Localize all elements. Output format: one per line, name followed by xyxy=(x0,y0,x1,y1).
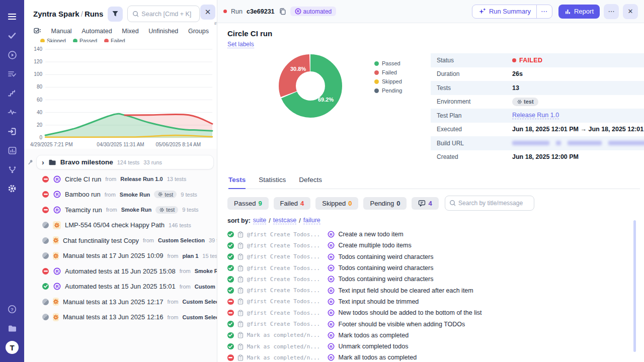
runs-search[interactable] xyxy=(127,6,200,22)
automated-r-icon: R xyxy=(328,321,335,328)
status-failed-icon xyxy=(227,310,234,316)
analytics-icon[interactable] xyxy=(0,141,24,160)
run-row[interactable]: RAutomated tests at 15 Jun 2025 15:01fro… xyxy=(24,279,217,295)
test-row[interactable]: @first Create Todos...RTodos containing … xyxy=(227,251,640,262)
group-card[interactable]: › Bravo milestone 124 tests 33 runs xyxy=(36,155,214,169)
test-row[interactable]: @first Create Todos...RNew todos should … xyxy=(227,307,640,318)
run-row[interactable]: RCircle CI runfromRelease Run 1.013 test… xyxy=(24,171,217,187)
run-row[interactable]: Manual tests at 13 Jun 2025 12:17fromCus… xyxy=(24,294,217,310)
svg-text:R: R xyxy=(330,311,333,315)
tab-defects[interactable]: Defects xyxy=(299,176,322,189)
scrollbar-thumb[interactable] xyxy=(633,220,636,352)
report-button[interactable]: Report xyxy=(558,5,600,19)
close-detail-button[interactable]: ✕ xyxy=(623,4,638,19)
run-title: Bamboo run xyxy=(65,191,101,198)
donut-legend-item[interactable]: Skipped xyxy=(374,78,423,84)
filter-passed[interactable]: Passed 9 xyxy=(227,197,269,210)
svg-text:R: R xyxy=(55,192,59,197)
menu-icon[interactable] xyxy=(0,7,24,26)
app-logo[interactable]: T xyxy=(0,338,24,357)
test-suite: @first Create Todos... xyxy=(247,253,324,260)
svg-text:R: R xyxy=(330,322,333,327)
runs-search-input[interactable] xyxy=(141,11,195,18)
result-filters: Passed 9Failed 4Skipped 0Pending 04 xyxy=(227,196,640,211)
test-row[interactable]: Mark as completed/n...RMark todos as com… xyxy=(227,330,640,341)
donut-legend-item[interactable]: Pending xyxy=(374,87,423,94)
tab-manual[interactable]: Manual xyxy=(51,28,72,35)
filter-button[interactable] xyxy=(108,7,123,22)
tab-tests[interactable]: Tests xyxy=(228,176,246,189)
test-row[interactable]: @first Create Todos...RTodos containing … xyxy=(227,262,640,274)
sort-by-suite[interactable]: suite xyxy=(253,217,266,224)
test-row[interactable]: Mark as completed/n...RMark all todos as… xyxy=(227,352,640,362)
run-summary-more-button[interactable]: ⋯ xyxy=(536,5,552,18)
run-row[interactable]: RBamboo runfromSmoke Runtest9 tests xyxy=(24,187,217,203)
svg-text:140: 140 xyxy=(34,46,42,52)
svg-text:R: R xyxy=(330,344,333,349)
test-row[interactable]: @first Create Todos...RTodos containing … xyxy=(227,274,640,285)
tab-unfinished[interactable]: Unfinished xyxy=(148,28,178,35)
close-panel-button[interactable]: ✕ xyxy=(200,5,215,20)
clipboard-icon xyxy=(237,298,244,305)
breadcrumb-project[interactable]: Zyntra Spark xyxy=(33,10,79,18)
automated-r-icon: R xyxy=(328,242,335,249)
chevron-right-icon[interactable]: › xyxy=(42,159,44,166)
test-row[interactable]: @first Create Todos...RText input should… xyxy=(227,296,640,307)
import-icon[interactable] xyxy=(0,122,24,141)
checks-icon[interactable] xyxy=(0,26,24,45)
run-row[interactable]: Manual tests at 17 Jun 2025 10:09frompla… xyxy=(24,248,217,264)
run-row[interactable]: RTeamcity runfromSmoke Runtest9 tests xyxy=(24,202,217,218)
more-actions-button[interactable]: ⋯ xyxy=(604,4,619,19)
help-icon[interactable]: ? xyxy=(0,300,24,319)
tests-search-input[interactable] xyxy=(458,200,530,207)
automated-r-icon: R xyxy=(328,264,335,272)
test-list-icon[interactable] xyxy=(0,64,24,83)
tab-groups[interactable]: Groups xyxy=(188,28,209,35)
donut-legend-item[interactable]: Failed xyxy=(374,69,423,75)
sort-by-testcase[interactable]: testcase xyxy=(273,217,297,224)
run-summary-button[interactable]: Run Summary ⋯ xyxy=(472,5,552,19)
gear-icon xyxy=(517,99,522,105)
filter-failed[interactable]: Failed 4 xyxy=(274,197,311,210)
run-row[interactable]: LMP-554 05/04 check Happy Path146 tests xyxy=(24,218,217,233)
detail-row: Test PlanRelease Run 1.0 xyxy=(431,109,644,123)
legend-item[interactable]: Passed xyxy=(73,38,97,42)
legend-item[interactable]: Failed xyxy=(104,38,125,42)
automated-r-icon: R xyxy=(53,191,61,198)
projects-folder-icon[interactable] xyxy=(0,319,24,338)
run-source: Release Run 1.0 xyxy=(120,176,163,182)
donut-legend-item[interactable]: Passed xyxy=(374,60,423,66)
tests-search[interactable] xyxy=(445,196,534,211)
test-row[interactable]: @first Create Todos...RCreate a new todo… xyxy=(227,229,640,240)
detail-row: Environmenttest xyxy=(431,95,644,109)
tab-mixed[interactable]: Mixed xyxy=(122,28,138,35)
run-row[interactable]: Chat functinality test CopyfromCustom Se… xyxy=(24,233,217,248)
status-neutral-icon xyxy=(42,222,49,228)
filter-skipped[interactable]: Skipped 0 xyxy=(315,197,358,210)
tab-automated[interactable]: Automated xyxy=(82,28,112,35)
sort-by-failure[interactable]: failure xyxy=(303,217,320,224)
filter-pending[interactable]: Pending 0 xyxy=(363,197,407,210)
test-row[interactable]: Mark as completed/n...RUnmark completed … xyxy=(227,341,640,352)
copy-icon[interactable] xyxy=(279,8,286,15)
select-all-icon[interactable] xyxy=(33,27,41,35)
comments-filter[interactable]: 4 xyxy=(412,197,438,210)
pulse-icon[interactable] xyxy=(0,103,24,122)
run-row[interactable]: RAutomated tests at 15 Jun 2025 15:08fro… xyxy=(24,263,217,279)
set-labels-link[interactable]: Set labels xyxy=(227,41,254,48)
test-row[interactable]: @first Create Todos...RCreate multiple t… xyxy=(227,240,640,251)
run-row[interactable]: Manual tests at 13 Jun 2025 12:16fromCus… xyxy=(24,310,217,325)
run-group-row[interactable]: › Bravo milestone 124 tests 33 runs xyxy=(27,155,214,169)
tab-statistics[interactable]: Statistics xyxy=(259,176,286,189)
settings-icon[interactable] xyxy=(0,179,24,198)
status-passed-icon xyxy=(227,287,234,294)
test-plan-link[interactable]: Release Run 1.0 xyxy=(512,112,559,119)
steps-icon[interactable] xyxy=(0,83,24,103)
status-passed-icon xyxy=(227,242,234,249)
runs-icon[interactable] xyxy=(0,45,24,64)
legend-item[interactable]: Skipped xyxy=(40,38,66,42)
branch-icon[interactable] xyxy=(0,160,24,179)
test-row[interactable]: @first Create Todos...RFooter should be … xyxy=(227,318,640,329)
test-title: Mark todos as completed xyxy=(339,332,409,339)
test-row[interactable]: @first Create Todos...RText input field … xyxy=(227,285,640,296)
